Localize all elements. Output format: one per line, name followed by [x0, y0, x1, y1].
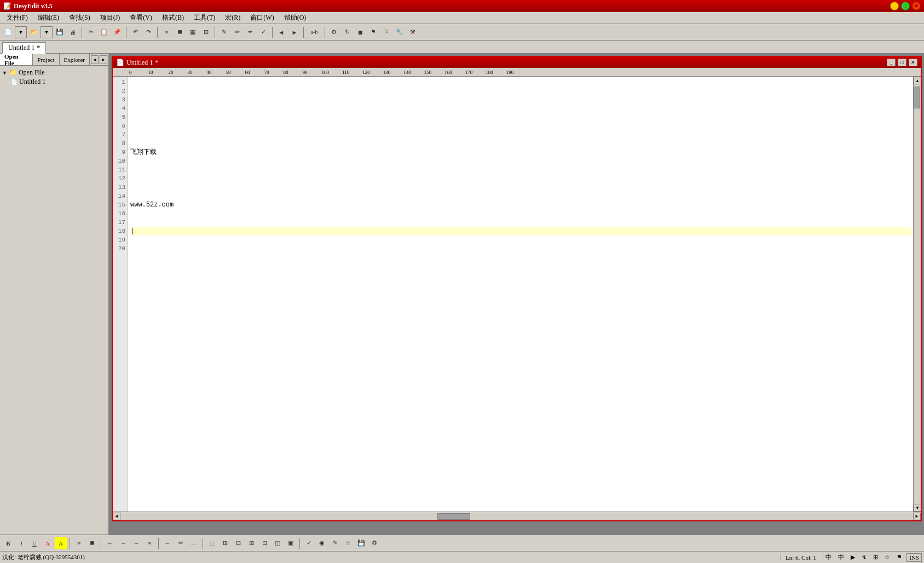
new-button[interactable]: 📄 — [2, 26, 14, 38]
run3-button[interactable]: ⏹ — [354, 26, 366, 38]
star-button[interactable]: ☆ — [342, 537, 354, 549]
box4-button[interactable]: ⊠ — [245, 537, 257, 549]
menu-view[interactable]: 查看(V) — [125, 12, 157, 24]
editor-line-8[interactable] — [130, 279, 911, 288]
box6-button[interactable]: ◫ — [272, 537, 284, 549]
open-dropdown[interactable]: ▼ — [41, 26, 53, 38]
marker-button[interactable]: ✎ — [218, 26, 230, 38]
print-button[interactable]: 🖨 — [67, 26, 79, 38]
run1-button[interactable]: ⚙ — [328, 26, 340, 38]
indent-left-button[interactable]: ← — [104, 537, 116, 549]
menu-file[interactable]: 文件(F) — [2, 12, 32, 24]
scroll-right-arrow[interactable]: ► — [913, 513, 921, 520]
menu-project[interactable]: 项目(J) — [96, 12, 125, 24]
ab-button[interactable]: a-b — [307, 26, 322, 38]
save-button[interactable]: 💾 — [54, 26, 66, 38]
editor-content[interactable]: 飞翔下载 www.52z.com | — [128, 77, 913, 512]
color2-button[interactable]: A — [55, 537, 67, 549]
menu-macro[interactable]: 宏(R) — [221, 12, 245, 24]
panel-tab-explorer[interactable]: Explorer — [60, 54, 90, 65]
h-scrollbar[interactable] — [120, 513, 913, 520]
color1-button[interactable]: A — [42, 537, 54, 549]
comment-button[interactable]: ← — [161, 537, 174, 549]
editor-line-3[interactable]: 飞翔下载 — [130, 148, 911, 157]
list4-button[interactable]: ⊞ — [200, 26, 212, 38]
menu-tools[interactable]: 工具(T) — [189, 12, 220, 24]
tree-root-openfile[interactable]: ▼ 📁 Open File — [2, 68, 106, 77]
editor-text[interactable]: 飞翔下载 www.52z.com | — [128, 77, 913, 359]
editor-line-4[interactable] — [130, 174, 911, 183]
flag2-button[interactable]: ⚐ — [380, 26, 392, 38]
editor-line-5[interactable]: www.52z.com — [130, 200, 911, 209]
inner-close-button[interactable]: ✕ — [909, 59, 917, 66]
status-ins-button[interactable]: INS — [906, 553, 922, 562]
inner-maximize-button[interactable]: □ — [898, 59, 906, 66]
editor-line-2[interactable] — [130, 122, 911, 130]
box5-button[interactable]: ⊡ — [258, 537, 270, 549]
cut-button[interactable]: ✂ — [85, 26, 97, 38]
menu-edit[interactable]: 编辑(E) — [33, 12, 63, 24]
maximize-button[interactable]: □ — [901, 2, 910, 10]
scroll-left-arrow[interactable]: ◄ — [113, 513, 120, 520]
list3-button[interactable]: ▦ — [187, 26, 199, 38]
tree-item-untitled1[interactable]: 📄 Untitled 1 — [2, 77, 106, 87]
list-ul-button[interactable]: ≡ — [73, 537, 85, 549]
panel-nav-next[interactable]: ► — [100, 55, 107, 64]
list2-button[interactable]: ≣ — [174, 26, 186, 38]
wrench2-button[interactable]: ⚒ — [407, 26, 419, 38]
circle-button[interactable]: ◉ — [316, 537, 328, 549]
underline-button[interactable]: U — [28, 537, 41, 549]
marker3-button[interactable]: ✒ — [244, 26, 256, 38]
indent-right-button[interactable]: → — [117, 537, 129, 549]
panel-tab-openfile[interactable]: Open File — [0, 54, 33, 65]
italic-button[interactable]: I — [15, 537, 27, 549]
editor-line-10[interactable] — [130, 332, 911, 341]
menu-window[interactable]: 窗口(W) — [246, 12, 278, 24]
menu-search[interactable]: 查找(S) — [65, 12, 95, 24]
line-button[interactable]: — — [188, 537, 200, 549]
box2-button[interactable]: ⊞ — [219, 537, 231, 549]
scroll-thumb[interactable] — [914, 87, 920, 108]
marker4-button[interactable]: ✓ — [257, 26, 269, 38]
undo-button[interactable]: ↶ — [129, 26, 141, 38]
box1-button[interactable]: □ — [206, 537, 218, 549]
save2-button[interactable]: 💾 — [355, 537, 367, 549]
menu-help[interactable]: 帮助(O) — [280, 12, 311, 24]
paste-button[interactable]: 📌 — [111, 26, 123, 38]
wrench1-button[interactable]: 🔧 — [394, 26, 406, 38]
flag1-button[interactable]: ⚑ — [367, 26, 379, 38]
scroll-down-arrow[interactable]: ▼ — [914, 504, 921, 512]
scroll-track[interactable] — [914, 84, 921, 504]
new-dropdown[interactable]: ▼ — [15, 26, 27, 38]
tab-untitled1[interactable]: Untitled 1 * — [2, 42, 46, 54]
menu-format[interactable]: 格式(B) — [158, 12, 188, 24]
panel-nav-prev[interactable]: ◄ — [91, 55, 99, 64]
pencil-button[interactable]: ✏ — [175, 537, 187, 549]
open-button[interactable]: 📂 — [28, 26, 40, 38]
recycle-button[interactable]: ♻ — [368, 537, 380, 549]
minimize-button[interactable]: _ — [890, 2, 899, 10]
list1-button[interactable]: ≡ — [160, 26, 172, 38]
close-button[interactable]: ✕ — [912, 2, 921, 10]
indent-right2-button[interactable]: → — [130, 537, 142, 549]
check-button[interactable]: ✓ — [303, 537, 315, 549]
list-ol-button[interactable]: ≣ — [86, 537, 98, 549]
editor-line-1[interactable] — [130, 95, 911, 104]
right-arrow-button[interactable]: ► — [288, 26, 301, 38]
box7-button[interactable]: ▣ — [285, 537, 297, 549]
marker2-button[interactable]: ✏ — [231, 26, 243, 38]
editor-line-6[interactable]: | — [130, 227, 911, 235]
redo-button[interactable]: ↷ — [142, 26, 154, 38]
h-scroll-thumb[interactable] — [437, 513, 470, 520]
run2-button[interactable]: ↻ — [341, 26, 353, 38]
left-arrow-button[interactable]: ◄ — [275, 26, 287, 38]
editor-line-7[interactable] — [130, 253, 911, 262]
pen-button[interactable]: ✎ — [329, 537, 341, 549]
box3-button[interactable]: ⊟ — [232, 537, 244, 549]
bold-button[interactable]: B — [2, 537, 14, 549]
editor-line-9[interactable] — [130, 306, 911, 314]
scroll-up-arrow[interactable]: ▲ — [914, 77, 921, 84]
align-button[interactable]: ≡ — [143, 537, 155, 549]
panel-tab-project[interactable]: Project — [33, 54, 59, 65]
copy-button[interactable]: 📋 — [98, 26, 110, 38]
